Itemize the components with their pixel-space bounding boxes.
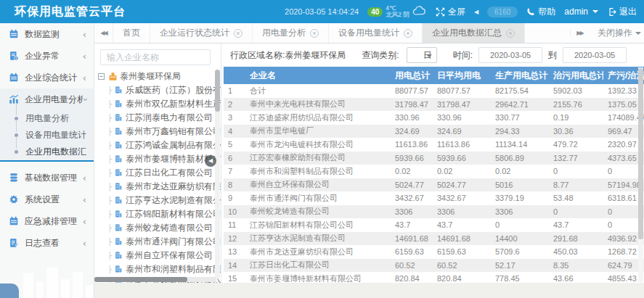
app-title: 环保用电监管云平台 bbox=[15, 4, 126, 20]
tree-collapse-icon[interactable] bbox=[98, 73, 105, 80]
tab[interactable]: 企业运行状态统计 × bbox=[150, 23, 253, 43]
tabs-scroll-left-icon[interactable]: ◀◀ bbox=[94, 23, 113, 43]
table-row[interactable]: 14 江苏日出化工有限公司 60.52 60.52 52.17 8.35 624… bbox=[224, 259, 644, 273]
tree-node[interactable]: 江苏鸿诚金属制品有限公司 bbox=[98, 138, 221, 152]
sidebar-item-icon bbox=[9, 73, 20, 83]
table-row[interactable]: 12 江苏亨达水泥制造有限公司 14691.68 14691.68 14400 … bbox=[224, 232, 644, 246]
table-row[interactable]: 3 江苏迪盛家用纺织品有限公司 330.96 330.96 330.77 0.1… bbox=[224, 111, 644, 125]
app-header: 环保用电监管云平台 2020-03-05 14:04:24 40 4℃ 北风2 … bbox=[0, 0, 644, 23]
production-power-cell: 5806.89 bbox=[491, 154, 549, 162]
tree-node[interactable]: 泰州市万鑫钨钼有限公司 bbox=[98, 125, 221, 138]
daily-avg-cell: 324.69 bbox=[433, 127, 491, 136]
table-row[interactable]: 5 泰州市龙沟电镀科技有限公司 11613.86 11613.86 11134.… bbox=[224, 138, 644, 152]
sidebar-item[interactable]: 日志查看 bbox=[0, 232, 94, 254]
table-row[interactable]: 4 泰州市里华电镀厂 324.69 324.69 294.33 30.36 96… bbox=[224, 125, 644, 138]
table-row[interactable]: 2 泰州中来光电科技有限公司 31798.47 31798.47 29642.7… bbox=[224, 98, 644, 112]
table-row[interactable]: 15 泰州市姜堰博特新材料有限公司 820.84 820.84 778.45 4… bbox=[224, 272, 644, 283]
table-row[interactable]: 7 泰州市和润塑料制品有限公司 0.02 0.02 0.02 0 0 bbox=[224, 165, 644, 178]
tab-label: 首页 bbox=[123, 27, 140, 39]
tree-node[interactable]: 泰州市通洋阀门有限公司 bbox=[98, 235, 221, 249]
company-name-cell: 江苏亨达水泥制造有限公司 bbox=[245, 233, 391, 244]
production-power-cell: 294.33 bbox=[491, 127, 549, 136]
table-vertical-scrollbar[interactable] bbox=[638, 67, 643, 282]
sidebar-item[interactable]: 设备用电量统计 bbox=[0, 127, 94, 144]
treatment-power-cell: 450.03 bbox=[549, 247, 603, 256]
sidebar-item[interactable]: 应急减排管理 bbox=[0, 210, 94, 232]
production-power-cell: 29642.71 bbox=[491, 100, 549, 109]
company-name-cell: 泰州市龙沟电镀科技有限公司 bbox=[245, 139, 391, 150]
sidebar-item[interactable]: 企业用电量分析 bbox=[0, 88, 94, 110]
sidebar-item[interactable]: 用电量分析 bbox=[0, 110, 94, 127]
sidebar-item[interactable]: 企业用电数据汇总 bbox=[0, 144, 94, 160]
sidebar-item[interactable]: 企业综合统计 bbox=[0, 67, 94, 88]
tree-node[interactable]: 泰州蛟龙铸造有限公司 bbox=[98, 221, 221, 235]
tab-close-icon[interactable]: × bbox=[310, 29, 319, 38]
tree-node[interactable]: 泰州自立环保有限公司 bbox=[98, 249, 221, 262]
table-row[interactable]: 9 泰州市通洋阀门有限公司 3432.67 3432.67 3379.19 53… bbox=[224, 191, 644, 205]
production-power-cell: 82175.54 bbox=[491, 86, 549, 95]
logout-button[interactable]: 退出 bbox=[607, 6, 637, 18]
table-row[interactable]: 6 江苏宏泰橡胶助剂有限公司 5939.66 5939.66 5806.89 1… bbox=[224, 152, 644, 165]
tree-node[interactable]: 江苏锦阳新材料有限公司公司 bbox=[98, 207, 221, 221]
row-index: 1 bbox=[224, 86, 245, 95]
date-from-input[interactable] bbox=[478, 47, 542, 63]
company-name-cell: 泰州蛟龙铸造有限公司 bbox=[245, 206, 391, 217]
daily-avg-cell: 14691.68 bbox=[433, 234, 491, 243]
tree-node[interactable]: 江苏亨达水泥制造有限公司 bbox=[98, 194, 221, 207]
col-treatment-power: 治污用电总计 bbox=[549, 70, 603, 82]
tree-node[interactable]: 泰州姜堰环保局 bbox=[98, 70, 221, 83]
tree-horizontal-scrollbar[interactable] bbox=[94, 277, 216, 282]
tree-node[interactable]: 泰州市和润塑料制品有限公司 bbox=[98, 262, 221, 276]
tab-close-icon[interactable]: × bbox=[506, 29, 515, 38]
production-power-cell: 11134.14 bbox=[491, 140, 549, 149]
company-name-cell: 江苏宏泰橡胶助剂有限公司 bbox=[245, 152, 391, 163]
date-to-input[interactable] bbox=[563, 47, 627, 63]
treatment-power-cell: 5902.03 bbox=[549, 86, 603, 95]
search-input[interactable] bbox=[100, 49, 211, 65]
treatment-power-cell: 479.72 bbox=[549, 140, 603, 149]
sidebar-item[interactable]: 基础数据管理 bbox=[0, 167, 94, 189]
table-row[interactable]: 1 合计 88077.57 88077.57 82175.54 5902.03 … bbox=[224, 84, 644, 98]
tab[interactable]: 企业用电数据汇总 × bbox=[423, 23, 525, 43]
tree-node[interactable]: 泰州市双亿新型材料生产有限公司 bbox=[98, 97, 221, 111]
tab-close-icon[interactable]: × bbox=[404, 29, 412, 38]
tree-node-label: 泰州市双亿新型材料生产有限公司 bbox=[126, 98, 221, 110]
tab-label: 设备用电量统计 bbox=[338, 27, 399, 39]
help-button[interactable]: 帮助 bbox=[526, 6, 555, 18]
treatment-power-cell: 43.7 bbox=[549, 220, 603, 229]
tree-connector bbox=[107, 128, 112, 136]
sound-mute-icon[interactable]: ◀ bbox=[474, 9, 478, 15]
treatment-power-cell: 132.77 bbox=[549, 154, 603, 162]
table-row[interactable]: 10 泰州蛟龙铸造有限公司 3306 3306 3306 0 0 bbox=[224, 205, 644, 219]
tab[interactable]: 用电量分析 × bbox=[253, 23, 329, 43]
daily-avg-cell: 5024.77 bbox=[433, 181, 491, 189]
tab[interactable]: 首页 bbox=[113, 23, 150, 43]
tree-connector bbox=[107, 155, 112, 163]
panel-collapse-button[interactable]: ◀ bbox=[205, 155, 216, 167]
table-row[interactable]: 13 泰州市龙达亚麻纺织有限公司 6159.63 6159.63 5709.6 … bbox=[224, 245, 644, 259]
sidebar-item-icon bbox=[9, 51, 20, 62]
tree-node-label: 泰州蛟龙铸造有限公司 bbox=[126, 222, 213, 234]
tree-node[interactable]: 乐威医药（江苏）股份有限公司 bbox=[98, 83, 221, 97]
tree-node[interactable]: 江苏日出化工有限公司 bbox=[98, 166, 221, 180]
tree-node[interactable]: 泰州市龙达亚麻纺织有限公司 bbox=[98, 180, 221, 194]
tab-close-icon[interactable]: × bbox=[234, 29, 242, 38]
table-row[interactable]: 11 江苏锦阳新材料有限公司公司 43.7 43.7 0 43.7 0 bbox=[224, 218, 644, 232]
tree-vertical-scrollbar[interactable] bbox=[215, 70, 220, 278]
tab-label: 用电量分析 bbox=[262, 27, 306, 39]
tree-node-label: 江苏锦阳新材料有限公司公司 bbox=[126, 208, 221, 220]
fullscreen-button[interactable]: 全屏 bbox=[436, 6, 465, 18]
close-operations-menu[interactable]: 关闭操作 bbox=[589, 27, 644, 39]
sidebar-item[interactable]: 企业异常 bbox=[0, 45, 94, 67]
daily-avg-cell: 31798.47 bbox=[433, 100, 491, 109]
user-menu[interactable]: admin bbox=[564, 7, 598, 17]
query-type-select[interactable]: 日 bbox=[407, 47, 437, 63]
tree-node[interactable]: 江苏润泰电力有限公司 bbox=[98, 111, 221, 125]
daily-avg-cell: 5939.66 bbox=[433, 154, 491, 162]
tree-node[interactable]: 泰州市姜堰博特新材料有限公司 bbox=[98, 152, 221, 166]
table-row[interactable]: 8 泰州自立环保有限公司 5024.77 5024.77 5016 8.77 5… bbox=[224, 178, 644, 192]
sidebar-item[interactable]: 数据监测 bbox=[0, 23, 94, 45]
tabs-scroll-right-icon[interactable]: ▶▶ bbox=[570, 30, 589, 36]
sidebar-item[interactable]: 系统设置 bbox=[0, 189, 94, 210]
tab[interactable]: 设备用电量统计 × bbox=[329, 23, 423, 43]
